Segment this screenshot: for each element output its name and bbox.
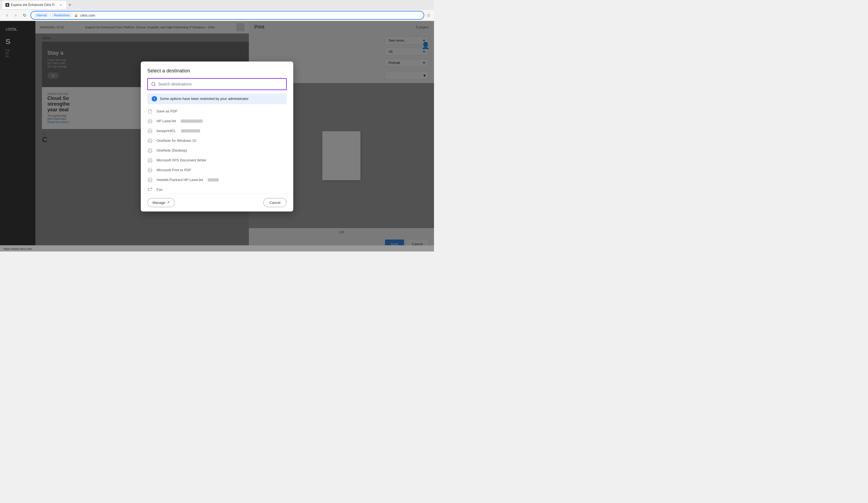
modal-header: Select a destination i Some options have…	[141, 62, 293, 104]
back-button[interactable]: ‹	[3, 11, 11, 19]
printer-icon-7	[147, 177, 153, 182]
destination-ms-xps[interactable]: Microsoft XPS Document Writer	[141, 155, 293, 165]
restrictions-tag: Restrictions	[52, 13, 72, 18]
forward-button[interactable]: ›	[12, 11, 20, 19]
svg-rect-5	[149, 151, 151, 153]
hp2-redacted	[208, 178, 219, 181]
url-bar[interactable]: Internal | Restrictions 🔒 citrix.com	[31, 11, 424, 20]
printer-icon-4	[147, 148, 153, 153]
destination-ms-print-pdf[interactable]: Microsoft Print to PDF	[141, 165, 293, 175]
manage-label: Manage	[153, 201, 165, 205]
external-link-icon: ↗	[167, 201, 169, 205]
svg-rect-4	[149, 141, 151, 143]
dest-label-ms-print-pdf: Microsoft Print to PDF	[157, 168, 191, 172]
svg-rect-3	[149, 131, 151, 133]
destination-banpprint01[interactable]: banpprint01.	[141, 126, 293, 136]
svg-rect-6	[149, 160, 151, 162]
modal-footer: Manage ↗ Cancel	[141, 193, 293, 211]
dest-label-onenote-win10: OneNote for Windows 10	[157, 138, 196, 143]
svg-rect-9	[151, 188, 152, 189]
url-separator: |	[50, 13, 51, 18]
notice-banner: i Some options have been restricted by y…	[147, 93, 287, 104]
svg-rect-8	[149, 180, 151, 182]
dest-label-fax: Fax	[157, 188, 163, 191]
nav-buttons: ‹ › ↻	[3, 11, 28, 19]
destination-fax[interactable]: Fax	[141, 185, 293, 191]
lock-icon: 🔒	[74, 13, 78, 17]
svg-rect-7	[149, 170, 151, 172]
dest-label-banpprint: banpprint01.	[157, 129, 177, 133]
refresh-button[interactable]: ↻	[21, 11, 28, 19]
destination-onenote-desktop[interactable]: OneNote (Desktop)	[141, 146, 293, 155]
dest-label-ms-xps: Microsoft XPS Document Writer	[157, 158, 206, 162]
manage-button[interactable]: Manage ↗	[147, 198, 175, 207]
active-tab[interactable]: X Explore the Enhanced Citrix P... ✕	[2, 1, 66, 9]
printer-icon-3	[147, 138, 153, 144]
bookmark-button[interactable]: ☆	[426, 12, 431, 18]
printer-icon-2	[147, 128, 153, 134]
search-container	[147, 78, 287, 90]
printer-icon-1	[147, 118, 153, 124]
dest-label-hp2: Hewlett-Packard HP LaserJet	[157, 178, 204, 182]
dest-label-hp: HP LaserJet	[157, 119, 177, 123]
internal-tag: Internal	[34, 13, 49, 18]
destination-modal: Select a destination i Some options have…	[141, 62, 293, 211]
destinations-list: Save as PDF HP LaserJet	[141, 104, 293, 191]
tab-favicon: X	[6, 3, 9, 7]
file-icon	[147, 108, 153, 114]
modal-title: Select a destination	[147, 68, 287, 74]
new-tab-button[interactable]: +	[66, 1, 74, 9]
tab-label: Explore the Enhanced Citrix P...	[11, 3, 57, 7]
svg-line-1	[154, 85, 155, 86]
hp-laserjet-redacted	[181, 119, 203, 123]
dest-label-save-pdf: Save as PDF	[157, 109, 177, 113]
search-input[interactable]	[158, 82, 283, 86]
url-internal-area: Internal | Restrictions	[34, 13, 72, 18]
destination-onenote-win10[interactable]: OneNote for Windows 10	[141, 136, 293, 146]
tab-close-button[interactable]: ✕	[59, 3, 63, 7]
url-text: citrix.com	[80, 13, 95, 18]
tab-bar: X Explore the Enhanced Citrix P... ✕ +	[0, 0, 434, 10]
banpprint-redacted	[181, 129, 200, 133]
search-icon	[151, 82, 156, 86]
destination-save-pdf[interactable]: Save as PDF	[141, 106, 293, 116]
destination-hp-laserjet[interactable]: HP LaserJet	[141, 116, 293, 126]
fax-icon	[147, 187, 153, 191]
destination-hp-laserjet2[interactable]: Hewlett-Packard HP LaserJet	[141, 175, 293, 185]
svg-point-0	[152, 82, 155, 85]
printer-icon-6	[147, 167, 153, 173]
modal-cancel-button[interactable]: Cancel	[263, 198, 287, 207]
modal-overlay: Select a destination i Some options have…	[0, 21, 434, 251]
browser-chrome: X Explore the Enhanced Citrix P... ✕ + ‹…	[0, 0, 434, 21]
printer-icon-5	[147, 158, 153, 163]
dest-label-onenote-desktop: OneNote (Desktop)	[157, 148, 187, 153]
svg-rect-2	[149, 122, 151, 123]
notice-text: Some options have been restricted by you…	[160, 97, 249, 101]
main-content: citrix. S Cat Ne we 04/06/2024, 15:22 Ex…	[0, 21, 434, 251]
address-bar: ‹ › ↻ Internal | Restrictions 🔒 citrix.c…	[0, 10, 434, 21]
info-icon: i	[152, 96, 157, 102]
